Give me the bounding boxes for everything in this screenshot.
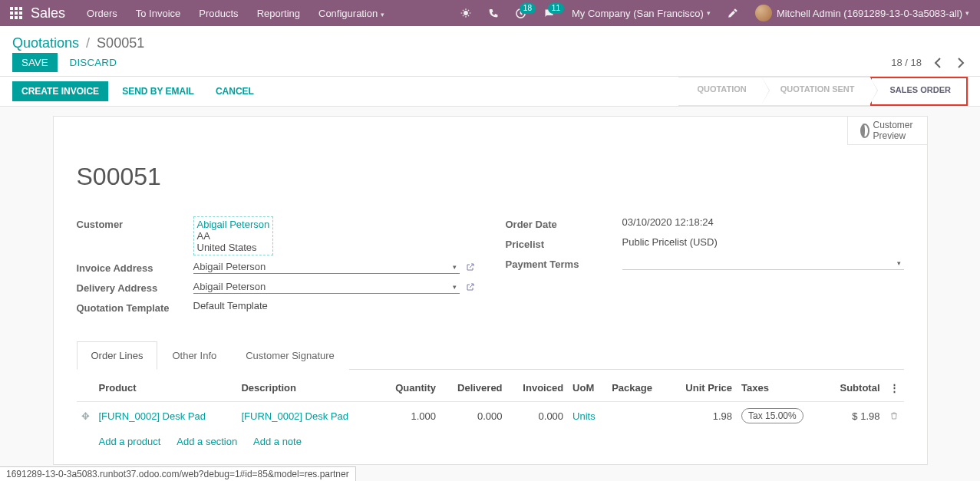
stage-sales-order[interactable]: SALES ORDER xyxy=(870,77,968,106)
phone-icon[interactable] xyxy=(483,5,503,21)
apps-icon[interactable] xyxy=(6,7,26,19)
table-row[interactable]: ✥ [FURN_0002] Desk Pad [FURN_0002] Desk … xyxy=(77,402,904,430)
customer-label: Customer xyxy=(77,216,193,230)
svg-rect-3 xyxy=(10,12,13,15)
svg-rect-6 xyxy=(10,16,13,19)
send-by-email-button[interactable]: SEND BY EMAIL xyxy=(114,81,202,101)
quotation-template-value: Default Template xyxy=(193,300,268,311)
settings-icon[interactable] xyxy=(723,5,743,21)
delivery-address-field[interactable]: Abigail Peterson ▾ xyxy=(193,280,460,294)
payment-terms-field[interactable]: ▾ xyxy=(622,256,904,270)
line-subtotal: $ 1.98 xyxy=(824,402,885,430)
columns-menu-icon[interactable]: ⋮ xyxy=(885,374,904,402)
svg-rect-2 xyxy=(19,7,22,10)
activity-badge: 18 xyxy=(520,3,536,14)
delete-line-icon[interactable] xyxy=(885,402,904,430)
company-switcher[interactable]: My Company (San Francisco)▾ xyxy=(567,5,715,22)
tab-other-info[interactable]: Other Info xyxy=(157,341,231,370)
line-delivered[interactable]: 0.000 xyxy=(441,402,507,430)
delivery-address-label: Delivery Address xyxy=(77,280,193,294)
quotation-template-label: Quotation Template xyxy=(77,300,193,314)
svg-rect-5 xyxy=(19,12,22,15)
col-package[interactable]: Package xyxy=(607,374,668,402)
line-uom[interactable]: Units xyxy=(572,410,596,422)
svg-rect-8 xyxy=(19,16,22,19)
invoice-address-field[interactable]: Abigail Peterson ▾ xyxy=(193,260,460,274)
customer-country: United States xyxy=(197,242,270,253)
col-unit-price[interactable]: Unit Price xyxy=(668,374,737,402)
col-product[interactable]: Product xyxy=(94,374,237,402)
messages-icon[interactable]: 11 xyxy=(539,5,559,22)
pricelist-label: Pricelist xyxy=(506,236,622,250)
add-section-link[interactable]: Add a section xyxy=(177,436,237,447)
col-invoiced[interactable]: Invoiced xyxy=(507,374,569,402)
brand-title[interactable]: Sales xyxy=(31,5,65,21)
table-header: Product Description Quantity Delivered I… xyxy=(77,374,904,402)
svg-point-9 xyxy=(464,11,468,15)
svg-rect-4 xyxy=(15,12,18,15)
customer-line2: AA xyxy=(197,230,270,242)
line-quantity[interactable]: 1.000 xyxy=(379,402,440,430)
customer-name-link[interactable]: Abigail Peterson xyxy=(197,219,270,230)
globe-icon xyxy=(862,125,865,137)
chevron-down-icon[interactable]: ▾ xyxy=(450,263,460,271)
line-description[interactable]: [FURN_0002] Desk Pad xyxy=(241,410,348,422)
save-button[interactable]: SAVE xyxy=(12,53,58,72)
breadcrumb: Quotations / S00051 xyxy=(12,31,968,53)
menu-configuration[interactable]: Configuration▾ xyxy=(311,2,392,25)
external-link-icon[interactable] xyxy=(466,282,475,292)
create-invoice-button[interactable]: CREATE INVOICE xyxy=(12,81,108,101)
tab-order-lines[interactable]: Order Lines xyxy=(77,341,158,370)
menu-products[interactable]: Products xyxy=(191,2,246,25)
line-invoiced[interactable]: 0.000 xyxy=(507,402,569,430)
chevron-down-icon[interactable]: ▾ xyxy=(894,259,904,267)
svg-rect-1 xyxy=(15,7,18,10)
stage-quotation-sent[interactable]: QUOTATION SENT xyxy=(762,77,870,106)
col-description[interactable]: Description xyxy=(236,374,379,402)
status-stages: QUOTATION QUOTATION SENT SALES ORDER xyxy=(678,77,968,106)
drag-handle-icon[interactable]: ✥ xyxy=(77,402,94,430)
pager-prev[interactable] xyxy=(931,54,945,71)
messages-badge: 11 xyxy=(548,3,564,14)
col-taxes[interactable]: Taxes xyxy=(737,374,824,402)
add-note-link[interactable]: Add a note xyxy=(253,436,302,447)
discard-button[interactable]: DISCARD xyxy=(65,53,121,72)
svg-rect-0 xyxy=(10,7,13,10)
main-menu: Orders To Invoice Products Reporting Con… xyxy=(79,2,392,25)
line-package[interactable] xyxy=(607,402,668,430)
menu-to-invoice[interactable]: To Invoice xyxy=(128,2,189,25)
chevron-down-icon[interactable]: ▾ xyxy=(450,283,460,291)
customer-field[interactable]: Abigail Peterson AA United States xyxy=(193,216,274,255)
order-date-value: 03/10/2020 12:18:24 xyxy=(622,216,714,228)
tab-customer-signature[interactable]: Customer Signature xyxy=(231,341,349,370)
line-product[interactable]: [FURN_0002] Desk Pad xyxy=(99,410,206,422)
menu-reporting[interactable]: Reporting xyxy=(249,2,308,25)
external-link-icon[interactable] xyxy=(466,262,475,272)
line-tax-badge[interactable]: Tax 15.00% xyxy=(741,408,803,423)
cancel-button[interactable]: CANCEL xyxy=(208,81,262,101)
pager-next[interactable] xyxy=(954,54,968,71)
invoice-address-label: Invoice Address xyxy=(77,260,193,274)
col-delivered[interactable]: Delivered xyxy=(441,374,507,402)
menu-orders[interactable]: Orders xyxy=(79,2,125,25)
activity-icon[interactable]: 18 xyxy=(510,5,531,22)
debug-icon[interactable] xyxy=(456,5,476,21)
line-unit-price[interactable]: 1.98 xyxy=(668,402,737,430)
customer-preview-button[interactable]: Customer Preview xyxy=(847,117,926,145)
avatar xyxy=(755,5,772,21)
col-uom[interactable]: UoM xyxy=(568,374,607,402)
pager-count: 18 / 18 xyxy=(891,57,922,68)
add-product-link[interactable]: Add a product xyxy=(99,436,161,447)
stage-quotation[interactable]: QUOTATION xyxy=(678,77,761,106)
order-date-label: Order Date xyxy=(506,216,622,230)
svg-rect-7 xyxy=(15,16,18,19)
user-menu[interactable]: Mitchell Admin (1691289-13-0-3a5083-all)… xyxy=(751,2,974,25)
order-title: S00051 xyxy=(77,163,904,191)
col-subtotal[interactable]: Subtotal xyxy=(824,374,885,402)
col-quantity[interactable]: Quantity xyxy=(379,374,440,402)
breadcrumb-root[interactable]: Quotations xyxy=(12,35,79,51)
breadcrumb-current: S00051 xyxy=(97,35,144,51)
pricelist-value: Public Pricelist (USD) xyxy=(622,236,718,248)
payment-terms-label: Payment Terms xyxy=(506,256,622,270)
